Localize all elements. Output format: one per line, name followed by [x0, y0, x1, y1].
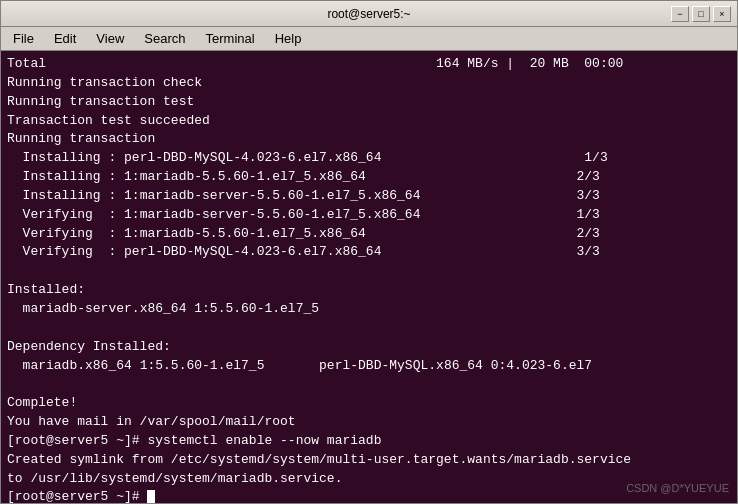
menu-help[interactable]: Help — [267, 29, 310, 48]
menu-file[interactable]: File — [5, 29, 42, 48]
title-bar: root@server5:~ − □ × — [1, 1, 737, 27]
menu-search[interactable]: Search — [136, 29, 193, 48]
window-title: root@server5:~ — [67, 7, 671, 21]
menu-terminal[interactable]: Terminal — [198, 29, 263, 48]
menu-edit[interactable]: Edit — [46, 29, 84, 48]
close-button[interactable]: × — [713, 6, 731, 22]
menu-view[interactable]: View — [88, 29, 132, 48]
window-controls: − □ × — [671, 6, 731, 22]
minimize-button[interactable]: − — [671, 6, 689, 22]
cursor-block — [147, 490, 155, 503]
terminal-window: root@server5:~ − □ × File Edit View Sear… — [0, 0, 738, 504]
watermark: CSDN @D*YUEYUE — [626, 481, 729, 497]
maximize-button[interactable]: □ — [692, 6, 710, 22]
terminal-text: Total 164 MB/s | 20 MB 00:00 Running tra… — [7, 55, 731, 503]
menu-bar: File Edit View Search Terminal Help — [1, 27, 737, 51]
terminal-output[interactable]: Total 164 MB/s | 20 MB 00:00 Running tra… — [1, 51, 737, 503]
